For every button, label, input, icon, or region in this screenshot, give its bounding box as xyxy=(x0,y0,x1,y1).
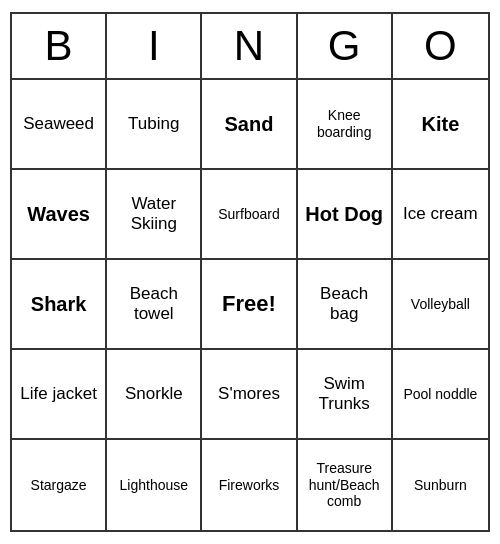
bingo-cell: Pool noddle xyxy=(393,350,488,440)
bingo-cell: Knee boarding xyxy=(298,80,393,170)
bingo-card: BINGO SeaweedTubingSandKnee boardingKite… xyxy=(10,12,490,532)
bingo-cell: Hot Dog xyxy=(298,170,393,260)
header-letter: G xyxy=(298,14,393,78)
header-letter: O xyxy=(393,14,488,78)
bingo-cell: Snorkle xyxy=(107,350,202,440)
bingo-cell: Beach bag xyxy=(298,260,393,350)
header-letter: I xyxy=(107,14,202,78)
bingo-cell: Shark xyxy=(12,260,107,350)
bingo-cell: Lighthouse xyxy=(107,440,202,530)
bingo-cell: Kite xyxy=(393,80,488,170)
bingo-cell: Beach towel xyxy=(107,260,202,350)
bingo-cell: Swim Trunks xyxy=(298,350,393,440)
bingo-cell: Seaweed xyxy=(12,80,107,170)
bingo-cell: Ice cream xyxy=(393,170,488,260)
bingo-cell: Tubing xyxy=(107,80,202,170)
bingo-cell: Free! xyxy=(202,260,297,350)
bingo-cell: Volleyball xyxy=(393,260,488,350)
bingo-cell: S'mores xyxy=(202,350,297,440)
header-letter: B xyxy=(12,14,107,78)
bingo-cell: Stargaze xyxy=(12,440,107,530)
bingo-cell: Sand xyxy=(202,80,297,170)
bingo-grid: SeaweedTubingSandKnee boardingKiteWavesW… xyxy=(12,80,488,530)
header-letter: N xyxy=(202,14,297,78)
bingo-cell: Life jacket xyxy=(12,350,107,440)
bingo-header: BINGO xyxy=(12,14,488,80)
bingo-cell: Water Skiing xyxy=(107,170,202,260)
bingo-cell: Surfboard xyxy=(202,170,297,260)
bingo-cell: Waves xyxy=(12,170,107,260)
bingo-cell: Treasure hunt/Beach comb xyxy=(298,440,393,530)
bingo-cell: Sunburn xyxy=(393,440,488,530)
bingo-cell: Fireworks xyxy=(202,440,297,530)
